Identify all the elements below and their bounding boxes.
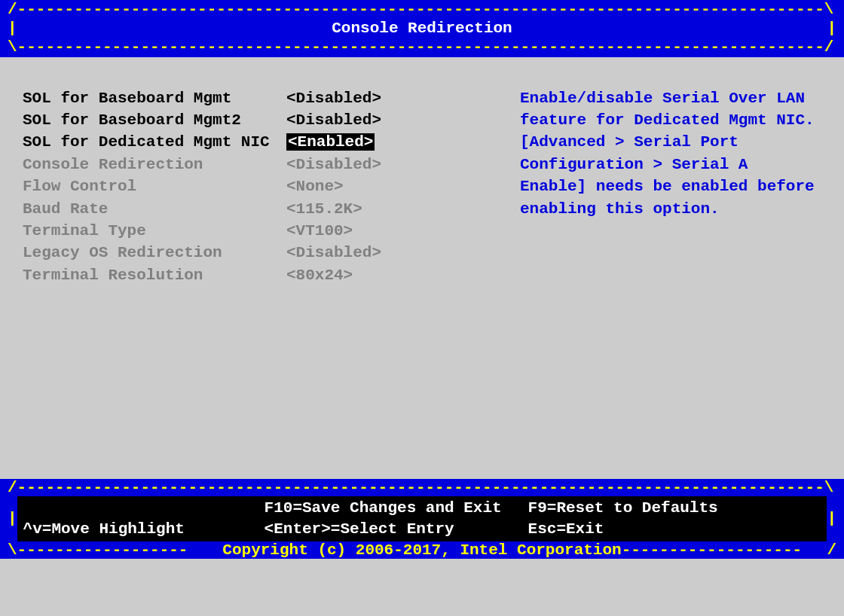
setting-value: <80x24> [286,264,353,286]
key-hint-exit: Esc=Exit [528,519,604,540]
setting-value: <None> [286,175,344,197]
setting-label: Baud Rate [23,198,286,220]
page-title: Console Redirection [17,19,827,38]
header-border-top: /---------------------------------------… [8,0,836,19]
header-bar-right: | [827,19,836,38]
key-hint-defaults: F9=Reset to Defaults [528,498,718,519]
setting-row[interactable]: SOL for Baseboard Mgmt<Disabled> [23,87,505,109]
key-hint [23,498,265,519]
footer-bar-left: | [8,510,17,527]
setting-row: Legacy OS Redirection<Disabled> [23,242,505,264]
key-hints: F10=Save Changes and Exit F9=Reset to De… [17,496,827,542]
setting-value: <VT100> [286,220,353,242]
bios-header: /---------------------------------------… [0,0,844,57]
setting-row: Terminal Resolution<80x24> [23,264,505,286]
settings-list[interactable]: SOL for Baseboard Mgmt<Disabled>SOL for … [23,87,505,471]
setting-value: <Disabled> [286,154,381,175]
key-hint-select: <Enter>=Select Entry [265,519,528,540]
header-bar-left: | [8,19,17,38]
footer-border-bottom: \------------------Copyright (c) 2006-20… [8,541,836,559]
setting-label: SOL for Dedicated Mgmt NIC [23,131,286,153]
setting-row: Console Redirection<Disabled> [23,154,505,175]
footer-border-top: /---------------------------------------… [8,479,836,496]
help-panel: Enable/disable Serial Over LAN feature f… [505,87,821,471]
setting-label: Legacy OS Redirection [23,242,286,264]
setting-row: Flow Control<None> [23,175,505,197]
bios-footer: /---------------------------------------… [0,479,844,560]
header-border-bottom: \---------------------------------------… [8,38,836,56]
setting-row: Baud Rate<115.2K> [23,198,505,220]
setting-row[interactable]: SOL for Baseboard Mgmt2<Disabled> [23,109,505,131]
setting-row: Terminal Type<VT100> [23,220,505,242]
setting-label: SOL for Baseboard Mgmt [23,87,286,109]
copyright-text: Copyright (c) 2006-2017, Intel Corporati… [222,541,621,559]
setting-value: <Disabled> [286,242,381,264]
setting-value[interactable]: <Enabled> [286,131,375,153]
footer-bar-right: | [827,510,836,527]
setting-label: Console Redirection [23,154,286,175]
setting-row[interactable]: SOL for Dedicated Mgmt NIC<Enabled> [23,131,505,153]
setting-value[interactable]: <Disabled> [286,87,381,109]
setting-label: Terminal Type [23,220,286,242]
key-hint-move: ^v=Move Highlight [23,519,265,540]
setting-label: Flow Control [23,175,286,197]
setting-label: Terminal Resolution [23,264,286,286]
setting-value: <115.2K> [286,198,362,220]
key-hint-save: F10=Save Changes and Exit [265,498,528,519]
main-content: SOL for Baseboard Mgmt<Disabled>SOL for … [0,57,844,479]
setting-value[interactable]: <Disabled> [286,109,381,131]
setting-label: SOL for Baseboard Mgmt2 [23,109,286,131]
